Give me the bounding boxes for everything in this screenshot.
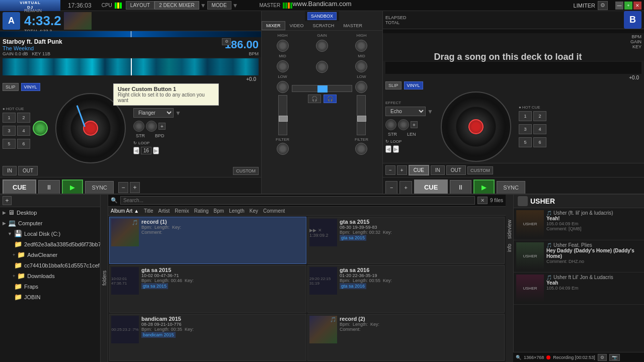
sideview-tab-label[interactable]: sideview [507, 220, 512, 239]
low-knob-b[interactable] [355, 81, 367, 93]
col-album-art[interactable]: Album Art ▲ [108, 208, 141, 214]
sync-button-left[interactable]: SYNC [85, 181, 114, 194]
hotcue-btn-2-right[interactable]: 2 [533, 111, 546, 121]
hotcue-btn-5-right[interactable]: 5 [519, 137, 532, 147]
folder-item-jobin[interactable]: 📁 JOBIN [0, 292, 100, 302]
hotcue-btn-6-right[interactable]: 6 [533, 137, 546, 147]
col-rating[interactable]: Rating [192, 208, 211, 214]
pause-button-left[interactable]: ⏸ [38, 180, 60, 195]
folder-item-adwcleaner[interactable]: + 📁 AdwCleaner [0, 249, 100, 260]
len-knob-right[interactable] [398, 119, 409, 130]
file-entry-1[interactable]: 🎵 record (1) Bpm: Length: Key: Comment: [109, 217, 306, 264]
mixer-tab-master[interactable]: MASTER [339, 21, 367, 30]
plus-pitch-right[interactable]: + [397, 165, 407, 175]
folder-item-computer[interactable]: ▶ 💻 Computer [0, 218, 100, 228]
cue-button-right[interactable]: CUE [414, 179, 448, 195]
mixer-tab-scratch[interactable]: SCRATCH [308, 21, 339, 30]
layout-button[interactable]: LAYOUT [126, 1, 154, 10]
col-bpm[interactable]: Bpm [211, 208, 227, 214]
mixer-button[interactable]: 2 DECK MIXER [154, 1, 199, 10]
sync-plus-right[interactable]: + [399, 181, 412, 194]
play-button-right[interactable]: ▶ [473, 179, 495, 195]
filter-knob-b[interactable] [355, 143, 367, 155]
mode-button[interactable]: MODE [207, 1, 231, 10]
folder-item-fraps[interactable]: 📁 Fraps [0, 281, 100, 292]
hotcue-btn-1[interactable]: 1 [3, 113, 16, 123]
play-button-left[interactable]: ▶ [62, 179, 83, 195]
plus-button-right[interactable]: + [411, 121, 418, 128]
file-entry-4[interactable]: 29:20 22:15 31:19 gta sa 2016 01-20 22-3… [307, 265, 505, 312]
waveform-overview-left[interactable] [0, 31, 261, 37]
str-knob-right[interactable] [385, 119, 396, 130]
hotcue-btn-2[interactable]: 2 [17, 113, 30, 123]
usher-item-1[interactable]: USHER 🎵 Usher (ft. lil' jon & ludacris) … [514, 208, 644, 240]
usher-item-3[interactable]: USHER 🎵 Usher ft Lil' Jon & Ludacris Yea… [514, 273, 644, 305]
folder-item-hash1[interactable]: 📁 2edf62e3a8a3385d5bd6f73bb7d501 [0, 239, 100, 249]
pitch-plus-left[interactable]: + [130, 182, 140, 193]
file-entry-5[interactable]: 00:25:23.2 :7% bandicam 2015 08-28 09-21… [109, 314, 306, 361]
col-key[interactable]: Key [247, 208, 261, 214]
clear-search-btn[interactable]: ✕ [477, 197, 488, 204]
maximize-button[interactable]: + [624, 2, 632, 10]
hotcue-btn-3[interactable]: 3 [3, 126, 16, 136]
vinyl-disc-right[interactable] [441, 92, 511, 162]
mid-knob-a[interactable] [277, 60, 289, 72]
hotcue-btn-3-right[interactable]: 3 [519, 124, 532, 134]
deck-settings-btn[interactable]: ⚙ [222, 38, 231, 45]
info-tab-label[interactable]: info [507, 244, 512, 252]
settings-button[interactable]: ⚙ [598, 1, 608, 10]
loop-next-button[interactable]: ▶ [153, 147, 159, 154]
mixer-dropdown-arrow[interactable]: ▼ [200, 2, 206, 9]
custom-label-right[interactable]: CUSTOM [467, 166, 493, 174]
folder-item-desktop[interactable]: ▶ 🖥 Desktop [0, 207, 100, 218]
folder-item-hash2[interactable]: 📁 cc74410b1bbafc61d5557c1cef [0, 260, 100, 270]
waveform-main-left[interactable] [3, 58, 259, 75]
high-knob-a[interactable] [277, 40, 289, 52]
channel-fader-b[interactable] [357, 95, 366, 135]
cue-button-left[interactable]: CUE [3, 179, 36, 195]
high-knob-b[interactable] [355, 40, 367, 52]
effect-select-left[interactable]: Flanger [133, 108, 174, 118]
vinyl-button-right[interactable]: VINYL [404, 81, 423, 89]
col-comment[interactable]: Comment [261, 208, 287, 214]
in-button-right[interactable]: IN [431, 165, 445, 175]
hotcue-btn-5[interactable]: 5 [3, 139, 16, 149]
sync-button-right[interactable]: SYNC [497, 181, 525, 194]
sync-minus-right[interactable]: − [385, 181, 397, 194]
crossfader-track[interactable] [292, 85, 352, 92]
folder-toggle-localdisk[interactable]: ▼ [8, 231, 12, 236]
usher-item-2[interactable]: USHER 🎵 Usher Feat. Plies Hey Daddy (Dad… [514, 240, 644, 273]
pitch-minus-left[interactable]: − [118, 182, 128, 193]
folder-toggle-desktop[interactable]: ▶ [3, 210, 6, 215]
folder-toggle-adwcleaner[interactable]: + [13, 252, 15, 257]
folder-toggle-computer[interactable]: ▶ [3, 221, 6, 226]
in-button-left[interactable]: IN [3, 166, 17, 175]
search-input[interactable] [120, 196, 475, 205]
str-knob[interactable] [133, 121, 144, 132]
loop-next-right[interactable]: ▶ [393, 145, 399, 153]
col-remix[interactable]: Remix [172, 208, 191, 214]
mixer-tab-video[interactable]: VIDEO [285, 21, 308, 30]
hotcue-btn-4-right[interactable]: 4 [533, 124, 546, 134]
low-knob-a[interactable] [277, 81, 289, 93]
pause-button-right[interactable]: ⏸ [450, 180, 471, 195]
mode-dropdown-arrow[interactable]: ▼ [232, 2, 238, 9]
filter-knob-a[interactable] [277, 143, 289, 155]
out-button-left[interactable]: OUT [18, 166, 38, 175]
effect-select-right[interactable]: Echo [385, 107, 426, 116]
rec-settings-btn[interactable]: ⚙ [598, 354, 607, 361]
loop-prev-right[interactable]: ◀ [385, 145, 391, 153]
channel-fader-a[interactable] [278, 95, 287, 135]
sandbox-button[interactable]: SANDBOX [307, 12, 337, 20]
file-entry-6[interactable]: 🎵 record (2) Bpm: Length: Key: Comment: [307, 314, 505, 361]
folder-toggle-downloads[interactable]: + [13, 274, 15, 279]
mixer-tab-mixer[interactable]: MIXER [262, 21, 285, 30]
cue-right-small[interactable]: CUE [409, 165, 429, 175]
hotcue-btn-6[interactable]: 6 [17, 139, 30, 149]
out-button-right[interactable]: OUT [446, 165, 466, 175]
custom-label-left[interactable]: CUSTOM [233, 167, 259, 175]
hotcue-btn-4[interactable]: 4 [17, 126, 30, 136]
headphone-a-button[interactable]: 🎧 [308, 95, 321, 103]
gain-knob-b[interactable] [316, 61, 328, 73]
vinyl-button[interactable]: VINYL [21, 83, 40, 91]
